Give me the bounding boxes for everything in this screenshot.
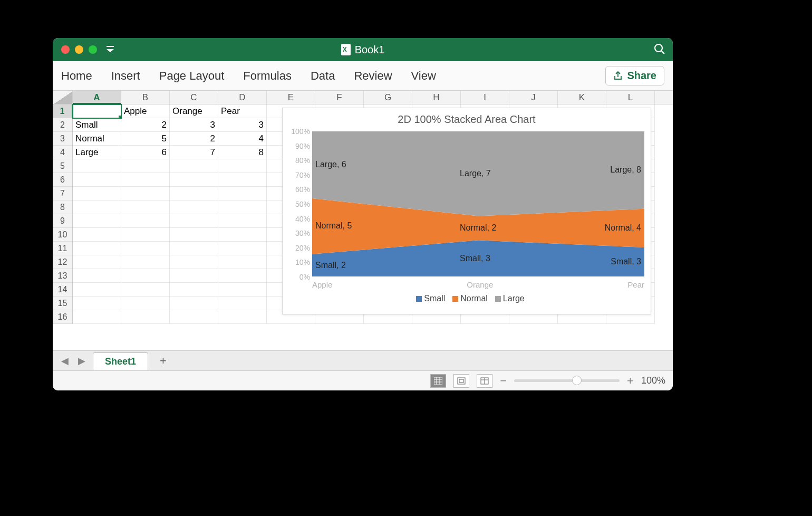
cell-C1[interactable]: Orange xyxy=(170,104,218,118)
cell-C14[interactable] xyxy=(170,283,218,297)
row-header-3[interactable]: 3 xyxy=(53,132,73,146)
cell-B5[interactable] xyxy=(121,159,170,173)
cell-B13[interactable] xyxy=(121,269,170,283)
cell-C16[interactable] xyxy=(170,310,218,324)
cell-B1[interactable]: Apple xyxy=(121,104,170,118)
cell-C13[interactable] xyxy=(170,269,218,283)
cell-D10[interactable] xyxy=(218,228,267,242)
cell-A7[interactable] xyxy=(73,187,121,200)
cell-A9[interactable] xyxy=(73,214,121,228)
cell-A10[interactable] xyxy=(73,228,121,242)
cell-D6[interactable] xyxy=(218,173,267,187)
cell-C11[interactable] xyxy=(170,242,218,255)
cell-B11[interactable] xyxy=(121,242,170,255)
cell-A12[interactable] xyxy=(73,255,121,269)
cell-D4[interactable]: 8 xyxy=(218,146,267,159)
cell-B7[interactable] xyxy=(121,187,170,200)
search-icon[interactable] xyxy=(654,43,665,57)
cell-B9[interactable] xyxy=(121,214,170,228)
cell-B15[interactable] xyxy=(121,297,170,310)
cell-C6[interactable] xyxy=(170,173,218,187)
col-header-L[interactable]: L xyxy=(606,91,655,104)
zoom-thumb[interactable] xyxy=(572,376,582,385)
cell-A14[interactable] xyxy=(73,283,121,297)
col-header-J[interactable]: J xyxy=(509,91,558,104)
tab-formulas[interactable]: Formulas xyxy=(243,69,292,83)
worksheet[interactable]: ABCDEFGHIJKL 1AppleOrangePear2Small2333N… xyxy=(53,91,673,350)
cell-D1[interactable]: Pear xyxy=(218,104,267,118)
row-header-11[interactable]: 11 xyxy=(53,242,73,255)
tab-review[interactable]: Review xyxy=(354,69,392,83)
cell-B12[interactable] xyxy=(121,255,170,269)
zoom-in-button[interactable]: + xyxy=(627,374,634,388)
cell-C2[interactable]: 3 xyxy=(170,118,218,132)
cell-C8[interactable] xyxy=(170,200,218,214)
col-header-A[interactable]: A xyxy=(73,91,121,104)
prev-sheet-icon[interactable]: ◀ xyxy=(59,355,71,367)
zoom-slider[interactable] xyxy=(514,379,620,382)
row-header-14[interactable]: 14 xyxy=(53,283,73,297)
cell-D2[interactable]: 3 xyxy=(218,118,267,132)
view-page-break-icon[interactable] xyxy=(477,374,492,388)
cell-A15[interactable] xyxy=(73,297,121,310)
cell-B16[interactable] xyxy=(121,310,170,324)
cell-A1[interactable] xyxy=(73,104,121,118)
cell-D8[interactable] xyxy=(218,200,267,214)
col-header-D[interactable]: D xyxy=(218,91,267,104)
row-header-8[interactable]: 8 xyxy=(53,200,73,214)
cell-D12[interactable] xyxy=(218,255,267,269)
row-header-10[interactable]: 10 xyxy=(53,228,73,242)
cell-C9[interactable] xyxy=(170,214,218,228)
cell-D15[interactable] xyxy=(218,297,267,310)
select-all-corner[interactable] xyxy=(53,91,73,104)
cell-C12[interactable] xyxy=(170,255,218,269)
col-header-I[interactable]: I xyxy=(461,91,509,104)
tab-home[interactable]: Home xyxy=(61,69,92,83)
cell-D14[interactable] xyxy=(218,283,267,297)
close-icon[interactable] xyxy=(61,45,70,54)
row-header-1[interactable]: 1 xyxy=(53,104,73,118)
cell-B6[interactable] xyxy=(121,173,170,187)
cell-C10[interactable] xyxy=(170,228,218,242)
add-sheet-button[interactable]: + xyxy=(153,354,173,368)
col-header-E[interactable]: E xyxy=(267,91,315,104)
zoom-out-button[interactable]: − xyxy=(500,374,507,388)
cell-A8[interactable] xyxy=(73,200,121,214)
tab-view[interactable]: View xyxy=(411,69,436,83)
col-header-B[interactable]: B xyxy=(121,91,170,104)
cell-D5[interactable] xyxy=(218,159,267,173)
cell-B8[interactable] xyxy=(121,200,170,214)
row-header-5[interactable]: 5 xyxy=(53,159,73,173)
cell-C5[interactable] xyxy=(170,159,218,173)
cell-D16[interactable] xyxy=(218,310,267,324)
cell-B10[interactable] xyxy=(121,228,170,242)
cell-C4[interactable]: 7 xyxy=(170,146,218,159)
tab-data[interactable]: Data xyxy=(311,69,335,83)
row-header-6[interactable]: 6 xyxy=(53,173,73,187)
row-header-15[interactable]: 15 xyxy=(53,297,73,310)
cell-D13[interactable] xyxy=(218,269,267,283)
cell-D3[interactable]: 4 xyxy=(218,132,267,146)
cell-D7[interactable] xyxy=(218,187,267,200)
cell-C3[interactable]: 2 xyxy=(170,132,218,146)
row-header-16[interactable]: 16 xyxy=(53,310,73,324)
col-header-G[interactable]: G xyxy=(364,91,412,104)
col-header-H[interactable]: H xyxy=(412,91,461,104)
col-header-K[interactable]: K xyxy=(558,91,606,104)
zoom-icon[interactable] xyxy=(89,45,97,54)
col-header-F[interactable]: F xyxy=(315,91,364,104)
row-header-12[interactable]: 12 xyxy=(53,255,73,269)
share-button[interactable]: Share xyxy=(605,66,664,85)
row-header-7[interactable]: 7 xyxy=(53,187,73,200)
cell-D9[interactable] xyxy=(218,214,267,228)
row-header-13[interactable]: 13 xyxy=(53,269,73,283)
cell-D11[interactable] xyxy=(218,242,267,255)
cell-A4[interactable]: Large xyxy=(73,146,121,159)
cell-B14[interactable] xyxy=(121,283,170,297)
cell-B2[interactable]: 2 xyxy=(121,118,170,132)
cell-A6[interactable] xyxy=(73,173,121,187)
cell-A2[interactable]: Small xyxy=(73,118,121,132)
cell-C15[interactable] xyxy=(170,297,218,310)
stacked-area-chart[interactable]: 2D 100% Stacked Area Chart 0%10%20%30%40… xyxy=(282,108,651,314)
row-header-4[interactable]: 4 xyxy=(53,146,73,159)
